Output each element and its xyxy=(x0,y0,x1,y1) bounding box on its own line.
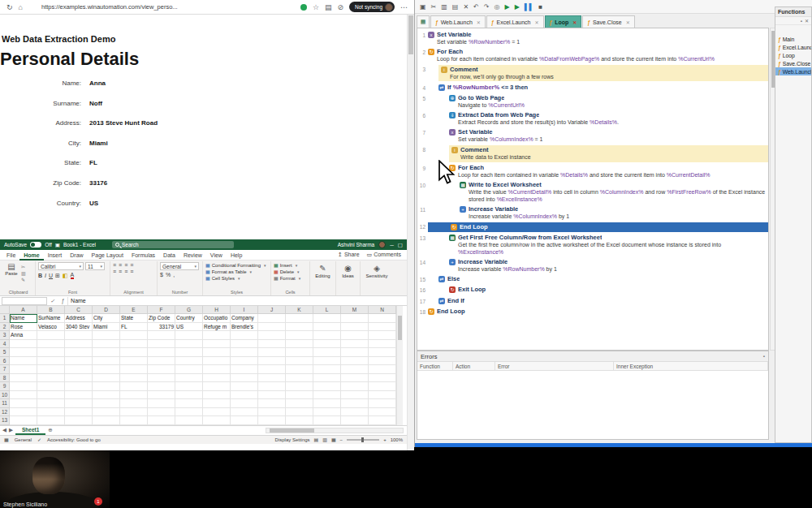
workflow-step-15[interactable]: 15⇄Else xyxy=(417,273,768,285)
cell-f9[interactable] xyxy=(148,382,175,391)
column-header-c[interactable]: C xyxy=(65,306,93,314)
column-header-d[interactable]: D xyxy=(93,306,120,314)
browser-scrollbar-thumb[interactable] xyxy=(408,15,413,54)
run-icon[interactable]: ▶ xyxy=(504,0,509,14)
workflow-step-16[interactable]: 16↻Exit Loop xyxy=(417,285,768,296)
align-icon[interactable]: ≡ xyxy=(130,269,133,275)
close-icon[interactable]: ✕ xyxy=(535,19,539,25)
cell-e3[interactable] xyxy=(120,331,148,340)
cell-l8[interactable] xyxy=(313,374,341,383)
column-header-n[interactable]: N xyxy=(369,306,396,314)
row-header-11[interactable]: 11 xyxy=(0,399,10,408)
cell-i8[interactable] xyxy=(231,374,258,383)
address-bar[interactable]: https://examples.winautomation.com/view_… xyxy=(41,3,178,11)
pin-icon[interactable]: ▪ xyxy=(763,354,765,359)
cell-k8[interactable] xyxy=(286,374,313,383)
cell-n12[interactable] xyxy=(369,408,396,417)
cell-i5[interactable] xyxy=(231,348,258,357)
restore-icon[interactable]: ▢ xyxy=(398,242,403,248)
sheet-prev-icon[interactable]: ◀ xyxy=(2,427,6,433)
row-header-6[interactable]: 6 xyxy=(0,357,10,366)
cell-b7[interactable] xyxy=(37,365,65,374)
cell-c4[interactable] xyxy=(65,340,93,349)
cell-d5[interactable] xyxy=(93,348,120,357)
cell-f2[interactable]: 33179 xyxy=(148,323,175,332)
cell-m6[interactable] xyxy=(341,357,369,366)
normal-view-icon[interactable]: ▤ xyxy=(314,437,319,442)
cell-m4[interactable] xyxy=(341,340,369,349)
cell-d12[interactable] xyxy=(93,408,120,417)
cell-l3[interactable] xyxy=(313,331,341,340)
cell-d13[interactable] xyxy=(93,416,120,425)
save-icon[interactable]: ▣ xyxy=(55,242,60,248)
cell-g2[interactable]: US xyxy=(175,323,203,332)
align-icon[interactable]: ≡ xyxy=(113,269,116,275)
cell-l13[interactable] xyxy=(313,416,341,425)
cell-h10[interactable] xyxy=(203,391,231,400)
cell-b3[interactable] xyxy=(37,331,65,340)
format-painter-icon[interactable]: ✎ xyxy=(21,277,26,282)
workflow-step-2[interactable]: 2↻For EachLoop for each item contained i… xyxy=(417,46,768,63)
cell-d3[interactable] xyxy=(93,331,120,340)
cell-k5[interactable] xyxy=(286,348,313,357)
cell-j7[interactable] xyxy=(258,365,286,374)
cut-icon[interactable]: ✂ xyxy=(431,0,437,14)
cell-n11[interactable] xyxy=(369,399,396,408)
cell-f7[interactable] xyxy=(148,365,175,374)
cell-n3[interactable] xyxy=(369,331,396,340)
cell-h5[interactable] xyxy=(203,348,231,357)
grid-corner[interactable] xyxy=(0,306,10,314)
cell-k12[interactable] xyxy=(286,408,313,417)
workflow-step-8[interactable]: 8iCommentWrite data to Excel instance xyxy=(417,144,768,163)
cell-e4[interactable] xyxy=(120,340,148,349)
cell-l4[interactable] xyxy=(313,340,341,349)
cell-f12[interactable] xyxy=(148,408,175,417)
cell-b4[interactable] xyxy=(37,340,65,349)
notifications-off-icon[interactable]: ⊘ xyxy=(337,0,343,15)
cell-a3[interactable]: Anna xyxy=(10,331,37,340)
fill-color-button[interactable]: ◧ xyxy=(63,273,68,279)
row-header-3[interactable]: 3 xyxy=(0,331,10,340)
cell-g1[interactable]: Country xyxy=(175,314,203,323)
cell-a12[interactable] xyxy=(10,408,37,417)
cell-c12[interactable] xyxy=(65,408,93,417)
collections-icon[interactable]: ▤ xyxy=(325,0,332,15)
row-header-1[interactable]: 1 xyxy=(0,314,10,323)
workflow-step-3[interactable]: 3iCommentFor now, we'll only go through … xyxy=(417,63,768,82)
cell-k1[interactable] xyxy=(286,314,313,323)
cell-e8[interactable] xyxy=(120,374,148,383)
cell-k11[interactable] xyxy=(286,399,313,408)
cell-a2[interactable]: Rose xyxy=(10,323,37,332)
zoom-icon[interactable]: ◎ xyxy=(495,0,500,14)
cell-k2[interactable] xyxy=(286,323,313,332)
page-break-view-icon[interactable]: ▦ xyxy=(331,437,336,442)
cell-n10[interactable] xyxy=(369,391,396,400)
cell-a5[interactable] xyxy=(10,348,37,357)
designer-tab-excel-launch[interactable]: ƒExcel.Launch✕ xyxy=(486,15,544,28)
row-header-12[interactable]: 12 xyxy=(0,408,10,417)
cell-m7[interactable] xyxy=(341,365,369,374)
cell-h1[interactable]: Occupatio xyxy=(203,314,231,323)
cell-d7[interactable] xyxy=(93,365,120,374)
format-button[interactable]: ▦Format▾ xyxy=(274,275,307,281)
pin-icon[interactable]: ▪ xyxy=(801,19,802,24)
cell-g11[interactable] xyxy=(175,399,203,408)
cell-j9[interactable] xyxy=(258,382,286,391)
font-size-select[interactable]: 11▾ xyxy=(85,262,105,270)
cell-g12[interactable] xyxy=(175,408,203,417)
cell-a6[interactable] xyxy=(10,357,37,366)
cell-c5[interactable] xyxy=(65,348,93,357)
cell-l7[interactable] xyxy=(313,365,341,374)
designer-home-tab[interactable]: ▦ xyxy=(417,15,430,28)
cell-e12[interactable] xyxy=(120,408,148,417)
cell-f8[interactable] xyxy=(148,374,175,383)
zoom-out-icon[interactable]: − xyxy=(340,437,343,442)
cell-i7[interactable] xyxy=(231,365,258,374)
row-header-7[interactable]: 7 xyxy=(0,365,10,374)
cell-j10[interactable] xyxy=(258,391,286,400)
errors-column-action[interactable]: Action xyxy=(453,362,495,370)
workflow-step-5[interactable]: 5⊕Go to Web PageNavigate to %CurrentUrl% xyxy=(417,93,768,110)
cell-k10[interactable] xyxy=(286,391,313,400)
cell-k7[interactable] xyxy=(286,365,313,374)
cell-h13[interactable] xyxy=(203,416,231,425)
